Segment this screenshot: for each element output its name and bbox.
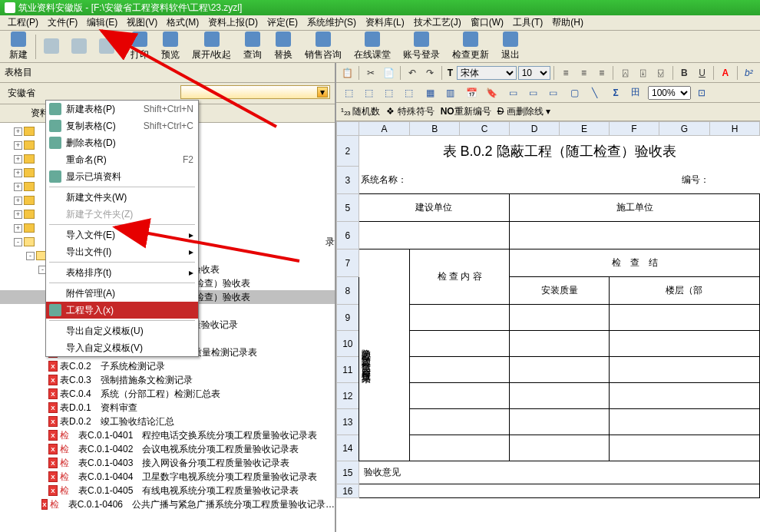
cell[interactable]: [609, 357, 759, 383]
redo-icon[interactable]: ↷: [421, 65, 438, 81]
cell[interactable]: [609, 167, 659, 194]
ctx-item[interactable]: 显示已填资料: [46, 168, 198, 185]
formula-icon[interactable]: b²: [741, 65, 757, 81]
toolbar-btn[interactable]: 新建: [3, 30, 34, 63]
menu-item[interactable]: 工程(P): [3, 15, 43, 31]
valign-top-icon[interactable]: ⍓: [616, 65, 633, 81]
toolbar-btn[interactable]: 打印: [124, 30, 155, 63]
toolbar-btn[interactable]: 在线课堂: [348, 30, 397, 63]
tree-item[interactable]: X检 表C.0.1-0402 会议电视系统分项工程质量验收记录表: [0, 442, 335, 456]
col-header[interactable]: G: [659, 122, 709, 136]
ctx-item[interactable]: 重命名(R)F2: [46, 151, 198, 168]
cell[interactable]: 验收意见: [359, 461, 759, 484]
crumb-dropdown[interactable]: ▾: [180, 85, 330, 99]
expand-icon[interactable]: +: [14, 224, 22, 233]
crumb-root[interactable]: 安徽省: [5, 85, 38, 101]
cell[interactable]: [410, 383, 510, 409]
row-header[interactable]: 15: [337, 461, 359, 484]
row-header[interactable]: 3: [337, 167, 359, 194]
special-char-btn[interactable]: ❖ 特殊符号: [386, 105, 434, 118]
cell[interactable]: 检 查 结: [510, 249, 760, 277]
shape-line-icon[interactable]: ╲: [585, 85, 603, 101]
menu-item[interactable]: 文件(F): [43, 15, 82, 31]
shape-rect-icon[interactable]: ▢: [565, 85, 583, 101]
ungroup-icon[interactable]: ▭: [524, 85, 542, 101]
expand-icon[interactable]: +: [14, 210, 22, 219]
menu-item[interactable]: 系统维护(S): [302, 15, 361, 31]
stamp-icon[interactable]: 🔖: [482, 85, 501, 101]
menu-item[interactable]: 技术工艺(J): [409, 15, 466, 31]
row-header[interactable]: 16: [337, 484, 359, 498]
renumber-btn[interactable]: NO重新编号: [441, 105, 491, 118]
tree-item[interactable]: X检 表C.0.1-0405 有线电视系统分项工程质量验收记录表: [0, 484, 335, 497]
cut-icon[interactable]: ✂: [362, 65, 378, 81]
bold-icon[interactable]: B: [676, 65, 692, 81]
col-header[interactable]: H: [709, 122, 759, 136]
col-header[interactable]: E: [560, 122, 610, 136]
font-color-icon[interactable]: A: [717, 65, 733, 81]
freeze-icon[interactable]: ▭: [544, 85, 562, 101]
cell[interactable]: [609, 435, 759, 461]
left-tab-header[interactable]: 表格目: [0, 63, 335, 83]
cell[interactable]: [359, 484, 759, 498]
expand-icon[interactable]: -: [26, 252, 35, 260]
ctx-item[interactable]: 导出自定义模板(U): [46, 322, 198, 339]
copy-icon[interactable]: 📋: [339, 65, 355, 81]
cell[interactable]: 施工单位: [510, 194, 760, 222]
cell[interactable]: [609, 409, 759, 435]
expand-icon[interactable]: +: [14, 169, 22, 177]
valign-bot-icon[interactable]: ⍌: [653, 65, 669, 81]
toolbar-btn[interactable]: 展开/收起: [186, 30, 237, 63]
tree-item[interactable]: X表C.0.3 强制措施条文检测记录: [0, 373, 335, 387]
cell[interactable]: [510, 383, 610, 409]
cell[interactable]: 隐蔽工程（随工程检查）内容与检查结果: [359, 249, 410, 461]
cell[interactable]: [410, 167, 610, 194]
toolbar-btn[interactable]: 查询: [237, 30, 268, 63]
cell[interactable]: 楼层（部: [609, 277, 759, 305]
dropdown-icon[interactable]: ▾: [317, 87, 328, 97]
tree-item[interactable]: X检 表C.0.1-0406 公共广播与紧急广播系统分项工程质量验收记录…: [0, 497, 335, 511]
col-header[interactable]: B: [410, 122, 460, 136]
menu-item[interactable]: 资料库(L): [361, 15, 409, 31]
ctx-item[interactable]: 复制表格(C)Shift+Ctrl+C: [46, 117, 198, 134]
cell[interactable]: [410, 409, 510, 435]
group-icon[interactable]: ▭: [504, 85, 522, 101]
row-header[interactable]: 11: [337, 357, 359, 383]
col-header[interactable]: C: [460, 122, 510, 136]
toolbar-btn[interactable]: 检查更新: [446, 30, 495, 63]
menu-item[interactable]: 帮助(H): [547, 15, 588, 31]
col-header[interactable]: A: [359, 122, 410, 136]
insert-row-below-icon[interactable]: ⬚: [359, 85, 378, 101]
ctx-item[interactable]: 附件管理(A): [46, 285, 198, 302]
cell[interactable]: 建设单位: [359, 194, 509, 222]
col-header[interactable]: D: [510, 122, 560, 136]
align-left-icon[interactable]: ≡: [557, 65, 573, 81]
cell[interactable]: [510, 409, 610, 435]
strike-btn[interactable]: Đ 画删除线 ▾: [497, 105, 550, 118]
cell[interactable]: 检 查 内 容: [410, 249, 510, 305]
ctx-item[interactable]: 导出文件(I)▸: [46, 243, 198, 260]
expand-icon[interactable]: +: [14, 127, 22, 136]
cell[interactable]: [510, 331, 610, 357]
row-header[interactable]: 9: [337, 305, 359, 331]
menu-item[interactable]: 窗口(W): [466, 15, 508, 31]
toolbar-btn[interactable]: 预览: [155, 30, 186, 63]
valign-mid-icon[interactable]: ⍗: [635, 65, 651, 81]
toolbar-btn[interactable]: 退出: [495, 30, 526, 63]
expand-icon[interactable]: +: [14, 141, 22, 150]
expand-icon[interactable]: +: [14, 197, 22, 205]
underline-icon[interactable]: U: [694, 65, 710, 81]
row-header[interactable]: 12: [337, 383, 359, 409]
cell[interactable]: [510, 435, 610, 461]
expand-icon[interactable]: -: [14, 238, 22, 246]
ctx-item[interactable]: 导入自定义模板(V): [46, 339, 198, 356]
border-icon[interactable]: 田: [626, 85, 645, 101]
toolbar-btn[interactable]: 替换: [268, 30, 299, 63]
cell[interactable]: [510, 357, 610, 383]
cell[interactable]: 编号：: [659, 167, 709, 194]
undo-icon[interactable]: ↶: [404, 65, 420, 81]
cell[interactable]: [609, 305, 759, 331]
ctx-item[interactable]: 新建表格(P)Shift+Ctrl+N: [46, 101, 198, 117]
row-header[interactable]: 7: [337, 249, 359, 277]
ctx-item[interactable]: 新建文件夹(W): [46, 189, 198, 206]
